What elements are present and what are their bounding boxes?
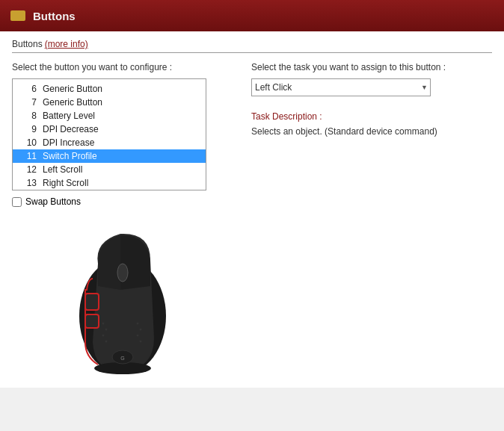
svg-rect-3 (85, 314, 99, 328)
svg-point-13 (137, 335, 139, 337)
right-panel-label: Select the task you want to assign to th… (251, 62, 492, 72)
task-dropdown-row: Left ClickRight ClickMiddle ClickDouble … (251, 78, 492, 96)
svg-text:G: G (120, 356, 124, 361)
swap-buttons-row: Swap Buttons (12, 196, 229, 207)
mouse-svg: G (57, 219, 184, 376)
app-header: Buttons (0, 0, 504, 31)
list-item[interactable]: 11Switch Profile (13, 149, 206, 163)
task-dropdown-wrapper: Left ClickRight ClickMiddle ClickDouble … (251, 78, 431, 96)
header-icon (10, 10, 25, 21)
list-item[interactable]: 12Left Scroll (13, 163, 206, 176)
mouse-image-area: G (12, 219, 229, 376)
task-description-label: Task Description : (251, 111, 492, 122)
svg-point-14 (140, 341, 142, 343)
svg-rect-2 (85, 294, 99, 310)
svg-point-11 (137, 323, 139, 325)
swap-buttons-label: Swap Buttons (25, 196, 81, 207)
breadcrumb: Buttons (more info) (12, 39, 492, 53)
task-description-text: Selects an object. (Standard device comm… (251, 126, 492, 137)
breadcrumb-main: Buttons (12, 39, 43, 49)
swap-buttons-checkbox[interactable] (12, 197, 22, 207)
svg-point-9 (102, 335, 105, 337)
content-area: Buttons (more info) Select the button yo… (0, 31, 504, 388)
svg-point-7 (102, 323, 105, 325)
svg-point-10 (105, 341, 108, 343)
header-title: Buttons (33, 10, 76, 22)
list-item[interactable]: 6Generic Button (13, 82, 206, 96)
list-item[interactable]: 7Generic Button (13, 96, 206, 109)
list-item[interactable]: 10DPI Increase (13, 136, 206, 149)
svg-point-1 (117, 264, 128, 282)
breadcrumb-more-link[interactable]: (more info) (45, 39, 88, 49)
list-item[interactable]: 8Battery Level (13, 109, 206, 123)
button-listbox[interactable]: 5Generic Button6Generic Button7Generic B… (13, 79, 206, 190)
list-item[interactable]: 9DPI Decrease (13, 123, 206, 136)
left-column: Select the button you want to configure … (12, 62, 229, 376)
list-item[interactable]: 13Right Scroll (13, 176, 206, 190)
right-column: Select the task you want to assign to th… (251, 62, 492, 376)
main-layout: Select the button you want to configure … (12, 62, 492, 376)
svg-point-12 (140, 329, 142, 331)
left-panel-label: Select the button you want to configure … (12, 62, 229, 72)
svg-point-8 (105, 329, 108, 331)
button-listbox-container: 5Generic Button6Generic Button7Generic B… (12, 78, 206, 190)
task-dropdown[interactable]: Left ClickRight ClickMiddle ClickDouble … (251, 78, 431, 96)
